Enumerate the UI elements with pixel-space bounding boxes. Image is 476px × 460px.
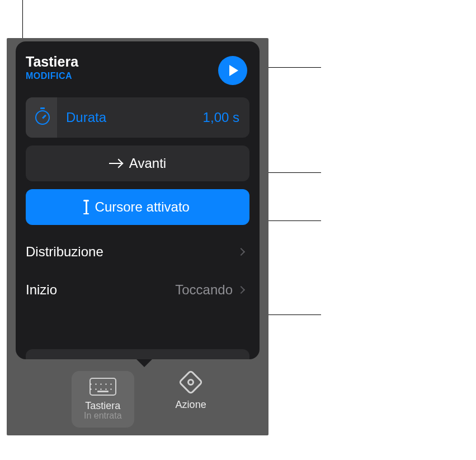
duration-label: Durata	[66, 110, 203, 125]
forward-effect-button[interactable]: Avanti	[26, 145, 249, 181]
distribution-row[interactable]: Distribuzione	[26, 233, 249, 271]
arrow-right-icon	[109, 163, 121, 165]
app-stage: Tastiera MODIFICA Durata 1,00 s Avanti C…	[7, 38, 268, 435]
cursor-on-effect-button[interactable]: Cursore attivato	[26, 189, 249, 225]
duration-value: 1,00 s	[203, 110, 239, 125]
start-value: Toccando	[175, 282, 233, 298]
popover-title: Tastiera	[26, 54, 78, 70]
duration-row[interactable]: Durata 1,00 s	[26, 97, 249, 138]
popover-header: Tastiera MODIFICA	[26, 54, 249, 85]
chevron-right-icon	[237, 286, 245, 294]
animation-popover: Tastiera MODIFICA Durata 1,00 s Avanti C…	[16, 41, 260, 359]
start-row[interactable]: Inizio Toccando	[26, 271, 249, 309]
preview-play-button[interactable]	[218, 56, 247, 85]
forward-label: Avanti	[129, 156, 166, 171]
cursor-label: Cursore attivato	[95, 199, 190, 215]
dock-item-action[interactable]: Azione	[176, 371, 206, 411]
edit-button[interactable]: MODIFICA	[26, 71, 78, 81]
action-icon	[180, 371, 202, 393]
text-cursor-icon	[86, 200, 87, 214]
dock-action-label: Azione	[176, 399, 206, 411]
stopwatch-icon	[35, 110, 50, 125]
chevron-right-icon	[237, 248, 245, 256]
distribution-label: Distribuzione	[26, 244, 238, 260]
start-label: Inizio	[26, 282, 175, 298]
play-icon	[229, 65, 238, 76]
next-row-peek	[26, 349, 249, 359]
keyboard-icon	[89, 378, 116, 396]
dock-keyboard-label: Tastiera	[85, 400, 120, 412]
callout-line	[22, 0, 23, 39]
dock-keyboard-sub: In entrata	[84, 411, 122, 421]
dock-item-keyboard[interactable]: Tastiera In entrata	[72, 371, 134, 428]
build-dock: Tastiera In entrata Azione	[72, 371, 206, 428]
duration-icon-wrap	[26, 97, 57, 138]
